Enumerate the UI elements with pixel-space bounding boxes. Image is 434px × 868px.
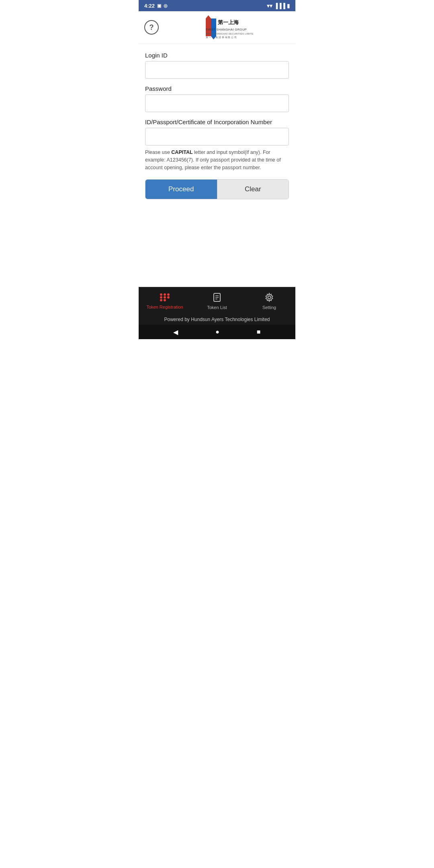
svg-point-20 (268, 296, 271, 299)
svg-text:第一上海: 第一上海 (218, 19, 239, 25)
token-registration-icon (160, 293, 170, 303)
home-button[interactable]: ● (211, 327, 223, 337)
login-id-label: Login ID (145, 52, 289, 59)
svg-text:第 一 上 海 證 券 有 限 公 司: 第 一 上 海 證 券 有 限 公 司 (206, 36, 237, 39)
time-display: 4:22 (144, 3, 155, 9)
bottom-nav: Token Registration Token List Setting (139, 287, 295, 315)
android-nav-bar: ◀ ● ■ (139, 325, 295, 339)
token-list-icon (212, 293, 222, 304)
svg-text:FIRST SHANGHAI SECURITIES LIMI: FIRST SHANGHAI SECURITIES LIMITED (206, 33, 253, 35)
spacer (139, 247, 295, 287)
setting-icon (264, 293, 274, 304)
status-bar: 4:22 ▣ ◎ ▾▾ ▐▐▐ ▮ (139, 0, 295, 11)
nav-label-token-list: Token List (207, 305, 227, 310)
svg-point-11 (160, 296, 162, 299)
wifi-icon: ▾▾ (267, 3, 272, 9)
help-button[interactable]: ? (144, 20, 159, 35)
svg-point-14 (160, 299, 162, 301)
privacy-indicator: ◎ (164, 3, 168, 8)
action-buttons: Proceed Clear (145, 179, 289, 199)
hint-text-before: Please use (145, 149, 171, 155)
signal-icon: ▐▐▐ (274, 3, 285, 9)
svg-point-13 (167, 296, 170, 299)
hint-text: Please use CAPITAL letter and input symb… (145, 149, 289, 171)
nav-item-token-registration[interactable]: Token Registration (139, 287, 191, 315)
logo-svg: 第一上海 FIRST SHANGHAI GROUP FIRST SHANGHAI… (181, 15, 253, 39)
svg-text:FIRST SHANGHAI GROUP: FIRST SHANGHAI GROUP (206, 28, 247, 31)
svg-marker-1 (206, 15, 211, 18)
main-content: Login ID Password ID/Passport/Certificat… (139, 44, 295, 247)
login-id-input[interactable] (145, 61, 289, 79)
app-header: ? 第一上海 FIRST SHANGHAI GROUP FIRST SHANGH… (139, 11, 295, 44)
svg-point-15 (164, 299, 166, 301)
sim-icon: ▣ (157, 3, 161, 8)
svg-point-8 (160, 293, 162, 296)
recent-apps-button[interactable]: ■ (253, 327, 265, 337)
proceed-button[interactable]: Proceed (145, 180, 217, 199)
nav-item-setting[interactable]: Setting (243, 287, 295, 315)
back-button[interactable]: ◀ (169, 327, 182, 338)
powered-by-text: Powered by Hundsun Ayers Technologies Li… (139, 315, 295, 325)
nav-item-token-list[interactable]: Token List (191, 287, 243, 315)
app-logo: 第一上海 FIRST SHANGHAI GROUP FIRST SHANGHAI… (181, 15, 253, 39)
status-time: 4:22 ▣ ◎ (144, 3, 168, 9)
password-label: Password (145, 85, 289, 92)
clear-button[interactable]: Clear (217, 180, 289, 199)
nav-label-token-registration: Token Registration (146, 305, 183, 309)
id-number-label: ID/Passport/Certificate of Incorporation… (145, 119, 289, 125)
password-input[interactable] (145, 94, 289, 112)
battery-icon: ▮ (287, 3, 290, 9)
nav-label-setting: Setting (262, 305, 276, 310)
svg-point-12 (164, 296, 166, 299)
hint-text-bold: CAPITAL (171, 149, 192, 155)
status-icons: ▾▾ ▐▐▐ ▮ (267, 3, 290, 9)
id-number-input[interactable] (145, 128, 289, 145)
svg-point-10 (167, 293, 170, 296)
svg-point-9 (164, 293, 166, 296)
